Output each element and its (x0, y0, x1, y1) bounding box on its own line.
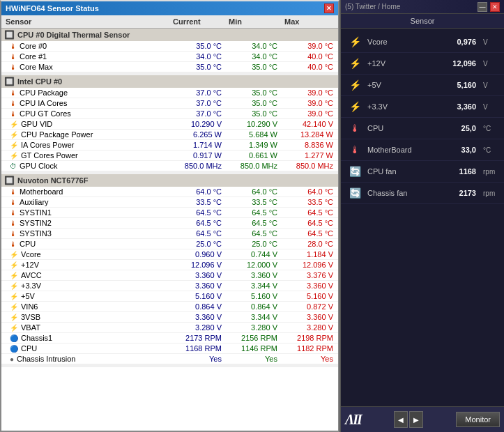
current-value: 37.0 °C (171, 109, 227, 118)
aisuite-sensor-row: ⚡ +12V 12,096 V (341, 53, 504, 75)
nav-next-button[interactable]: ▶ (409, 411, 423, 428)
table-row: ⚡ IA Cores Power 1.714 W 1.349 W 8.836 W (1, 140, 338, 151)
temp-icon: 🌡 (10, 188, 17, 196)
aisuite-sensor-value: 1168 (459, 167, 476, 176)
fan-icon: 🔄 (348, 186, 362, 200)
current-value: 850.0 MHz (171, 162, 227, 170)
min-value: Yes (227, 355, 283, 363)
aisuite-title: (5) Twitter / Home (345, 3, 400, 10)
nav-prev-button[interactable]: ◀ (394, 411, 408, 428)
temp-icon: 🌡 (10, 110, 17, 118)
power-icon: ⚡ (10, 141, 18, 149)
current-value: Yes (171, 355, 227, 363)
max-value: 1.277 W (283, 151, 338, 160)
temp-icon: 🌡 (10, 100, 17, 107)
sensor-name-cell: 🔵 Chassis1 (4, 334, 171, 342)
current-value: 10.290 V (171, 120, 227, 128)
min-value: 3.280 V (227, 323, 283, 332)
temp-icon: 🌡 (10, 43, 17, 50)
max-value: 1182 RPM (283, 344, 338, 353)
max-value: 64.5 °C (283, 208, 338, 217)
max-value: 3.360 V (283, 281, 338, 290)
min-value: 3.344 V (227, 313, 283, 321)
temp-icon: 🌡 (348, 121, 362, 135)
max-value: Yes (283, 355, 338, 363)
current-value: 5.160 V (171, 292, 227, 300)
min-value: 35.0 °C (227, 99, 283, 107)
table-row: ⏱ GPU Clock 850.0 MHz 850.0 MHz 850.0 MH… (1, 161, 338, 171)
max-value: 64.5 °C (283, 229, 338, 238)
hwinfo-sensor-list[interactable]: 🔲CPU #0 Digital Thermal Sensor 🌡 Core #0… (1, 29, 338, 431)
sensor-name-cell: ⚡ VIN6 (4, 302, 171, 311)
table-row: ⚡ Vcore 0.960 V 0.744 V 1.184 V (1, 249, 338, 260)
min-value: 5.684 W (227, 130, 283, 139)
current-value: 25.0 °C (171, 240, 227, 248)
aisuite-close-button[interactable]: ✕ (490, 2, 500, 12)
temp-icon: 🌡 (10, 230, 17, 238)
table-row: 🌡 Core Max 35.0 °C 35.0 °C 40.0 °C (1, 62, 338, 72)
max-value: 5.160 V (283, 292, 338, 300)
aisuite-sensor-unit: V (483, 60, 497, 68)
aisuite-sensor-name: +3.3V (367, 102, 451, 111)
sensor-name-cell: ⚡ IA Cores Power (4, 141, 171, 149)
sensor-name-cell: ⏱ GPU Clock (4, 162, 171, 170)
min-value: 850.0 MHz (227, 162, 283, 170)
hwinfo-close-button[interactable]: ✕ (324, 3, 334, 13)
min-value: 1146 RPM (227, 344, 283, 353)
sensor-name-cell: ⚡ CPU Package Power (4, 130, 171, 139)
aisuite-sensor-row: 🌡 MotherBoard 33,0 °C (341, 139, 504, 161)
monitor-button[interactable]: Monitor (456, 412, 500, 427)
clock-icon: ⏱ (10, 162, 17, 170)
aisuite-sensor-row: ⚡ +3.3V 3,360 V (341, 96, 504, 118)
min-value: 35.0 °C (227, 109, 283, 118)
current-value: 64.5 °C (171, 229, 227, 238)
hwinfo-title: HWiNFO64 Sensor Status (6, 4, 99, 13)
nav-arrows: ◀ ▶ (394, 411, 423, 428)
power-icon: ⚡ (10, 131, 18, 139)
sensor-name-cell: ⚡ Vcore (4, 250, 171, 259)
power-icon: ⚡ (10, 152, 18, 160)
volt-icon: ⚡ (348, 78, 362, 92)
min-value: 0.744 V (227, 250, 283, 259)
min-value: 1.349 W (227, 141, 283, 149)
aisuite-sensor-row: ⚡ +5V 5,160 V (341, 75, 504, 96)
max-value: 12.096 V (283, 261, 338, 269)
aisuite-minimize-button[interactable]: — (478, 2, 487, 12)
current-value: 33.5 °C (171, 198, 227, 206)
col-sensor: Sensor (4, 17, 171, 26)
volt-icon: ⚡ (10, 282, 18, 290)
max-value: 2198 RPM (283, 334, 338, 342)
sensor-name-cell: 🌡 Core Max (4, 63, 171, 71)
hwinfo-window: HWiNFO64 Sensor Status ✕ Sensor Current … (0, 0, 339, 432)
aisuite-sensor-row: ⚡ Vcore 0,976 V (341, 31, 504, 53)
hwinfo-titlebar: HWiNFO64 Sensor Status ✕ (1, 1, 338, 15)
min-value: 3.360 V (227, 271, 283, 279)
aisuite-sensor-name: CPU (367, 124, 456, 132)
temp-icon: 🌡 (10, 199, 17, 206)
min-value: 35.0 °C (227, 88, 283, 97)
bool-icon: ● (10, 355, 14, 363)
temp-icon: 🌡 (348, 143, 362, 157)
current-value: 64.5 °C (171, 208, 227, 217)
temp-icon: 🌡 (10, 89, 17, 97)
sensor-name-cell: ⚡ VBAT (4, 323, 171, 332)
max-value: 42.140 V (283, 120, 338, 128)
temp-icon: 🌡 (10, 53, 17, 61)
table-row: 🌡 CPU IA Cores 37.0 °C 35.0 °C 39.0 °C (1, 98, 338, 109)
max-value: 40.0 °C (283, 52, 338, 61)
sensor-name-cell: 🌡 CPU Package (4, 88, 171, 97)
sensor-name-cell: 🌡 CPU (4, 240, 171, 248)
min-value: 5.160 V (227, 292, 283, 300)
hwinfo-column-headers: Sensor Current Min Max (1, 15, 338, 29)
table-row: 🌡 Core #1 34.0 °C 34.0 °C 40.0 °C (1, 52, 338, 62)
aisuite-sensor-unit: °C (483, 146, 497, 154)
min-value: 64.5 °C (227, 229, 283, 238)
current-value: 0.960 V (171, 250, 227, 259)
max-value: 0.872 V (283, 302, 338, 311)
max-value: 850.0 MHz (283, 162, 338, 170)
min-value: 2156 RPM (227, 334, 283, 342)
table-row: 🌡 Core #0 35.0 °C 34.0 °C 39.0 °C (1, 41, 338, 52)
aisuite-sensor-value: 3,360 (457, 102, 476, 111)
table-row: 🌡 SYSTIN3 64.5 °C 64.5 °C 64.5 °C (1, 229, 338, 239)
sensor-name-cell: 🌡 Auxiliary (4, 198, 171, 206)
